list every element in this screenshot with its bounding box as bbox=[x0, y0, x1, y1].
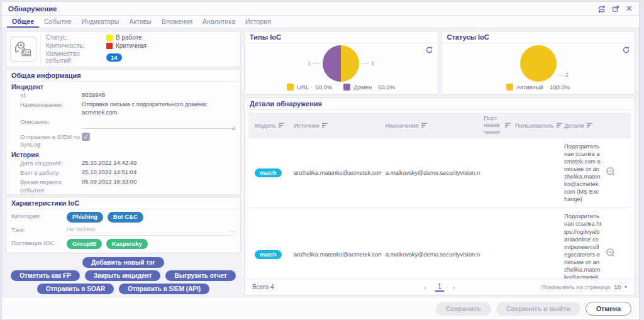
tags-placeholder: Не задано bbox=[67, 226, 95, 233]
legend-item-domain[interactable]: Домен 50.0% bbox=[343, 84, 395, 91]
col-dest: Назначение bbox=[386, 122, 419, 129]
status-color-swatch bbox=[106, 35, 113, 41]
ioc-statuses-chart-panel: Статусы IoC 2 bbox=[441, 31, 636, 95]
field-category: Категория: Phishing Bot C&C bbox=[6, 209, 240, 223]
events-count-label: Количество событий: bbox=[46, 50, 106, 64]
general-info-title: Общая информация bbox=[6, 70, 240, 82]
filter-icon[interactable] bbox=[557, 123, 563, 128]
name-label: Наименование: bbox=[20, 101, 82, 109]
ioc-statuses-title: Статусы IoC bbox=[442, 31, 635, 43]
category-chip: Phishing bbox=[67, 212, 103, 222]
field-tags: Тэги: Не задано ... bbox=[6, 223, 240, 236]
close-icon[interactable]: ✕ bbox=[626, 4, 633, 13]
export-report-button[interactable]: Выгрузить отчет bbox=[165, 270, 235, 281]
pie-callout-line bbox=[313, 63, 320, 63]
legend-item-url[interactable]: URL 50.0% bbox=[287, 84, 332, 91]
category-label: Категория: bbox=[11, 212, 67, 220]
add-tag-button[interactable]: Добавить новый тэг bbox=[82, 257, 164, 268]
ioc-panel: Характеристики IoC Категория: Phishing B… bbox=[6, 197, 241, 253]
vendor-chip: GroupIB bbox=[67, 239, 102, 249]
filter-icon[interactable] bbox=[421, 123, 428, 128]
col-user: Пользователь bbox=[515, 122, 554, 129]
tab-assets[interactable]: Активы bbox=[124, 16, 157, 28]
tab-event[interactable]: Событие bbox=[39, 16, 77, 28]
save-button[interactable]: Сохранить bbox=[436, 302, 491, 316]
legend-swatch bbox=[343, 84, 350, 91]
legend-label: Домен bbox=[353, 84, 372, 91]
swap-arrows-icon[interactable] bbox=[597, 4, 606, 13]
siem-syslog-label: Отправлен в SIEM по SysLog: bbox=[20, 133, 82, 149]
ioc-types-pie[interactable] bbox=[323, 45, 359, 82]
prev-page-icon[interactable]: ‹ bbox=[425, 284, 427, 291]
pie-callout-line bbox=[557, 75, 564, 75]
send-siem-button[interactable]: Отправить в SIEM (API) bbox=[119, 284, 209, 294]
tab-bar: Общее Событие Индикаторы Активы Вложения… bbox=[2, 16, 639, 28]
ioc-panel-title: Характеристики IoC bbox=[6, 197, 240, 209]
filter-icon[interactable] bbox=[322, 123, 328, 128]
pie-slice-value: 1 bbox=[308, 60, 311, 67]
tab-attachments[interactable]: Вложения bbox=[157, 16, 197, 28]
pie-slice-value: 1 bbox=[371, 60, 374, 67]
field-created: Дата создания: 25.10.2022 14:42:49 bbox=[6, 158, 240, 168]
source-cell: anzhelika.matenko@acmetek.com bbox=[294, 251, 382, 258]
legend-percent: 50.0% bbox=[315, 84, 332, 91]
first-event-value: 05.09.2022 18:33:00 bbox=[82, 178, 235, 185]
status-row: Статус: В работе bbox=[46, 34, 235, 41]
tab-indicators[interactable]: Индикаторы bbox=[77, 16, 125, 28]
resize-handle[interactable] bbox=[231, 126, 235, 130]
send-soar-button[interactable]: Отправить в SOAR bbox=[37, 284, 114, 294]
detection-dialog: Обнаружение ✕ Общее Событие Индикаторы А… bbox=[1, 1, 640, 320]
pagination: ‹ 1 › bbox=[377, 283, 502, 292]
legend-label: Активный bbox=[516, 84, 543, 91]
criticality-row: Критичность: Критичная bbox=[46, 42, 235, 49]
detection-details-title: Детали обнаружения bbox=[245, 98, 635, 110]
tab-general[interactable]: Общее bbox=[7, 16, 39, 28]
zoom-out-icon[interactable] bbox=[606, 248, 625, 261]
legend-item-active[interactable]: Активный 100.0% bbox=[506, 84, 570, 91]
description-textarea[interactable] bbox=[82, 118, 235, 129]
siem-syslog-checkbox[interactable]: ✓ bbox=[82, 133, 90, 141]
zoom-out-icon[interactable] bbox=[606, 167, 625, 180]
next-page-icon[interactable]: › bbox=[453, 284, 455, 291]
filter-icon[interactable] bbox=[279, 123, 285, 128]
ioc-types-chart-panel: Типы IoC 1 1 bbox=[244, 31, 438, 95]
chevron-down-icon[interactable]: ▾ bbox=[625, 284, 627, 290]
created-value: 25.10.2022 14:42:49 bbox=[82, 159, 235, 167]
save-exit-button[interactable]: Сохранить и выйти bbox=[496, 302, 580, 316]
bottom-bar: Сохранить Сохранить и выйти Отмена bbox=[2, 297, 639, 319]
criticality-label: Критичность: bbox=[46, 42, 106, 49]
mark-fp-button[interactable]: Отметить как FP bbox=[11, 270, 80, 281]
col-details: Детали bbox=[564, 122, 584, 129]
table-row[interactable]: match anzhelika.matenko@acmetek.com a.ma… bbox=[248, 208, 631, 279]
legend-percent: 100.0% bbox=[550, 84, 570, 91]
history-group-heading: История bbox=[6, 150, 240, 158]
criticality-color-swatch bbox=[106, 43, 113, 49]
close-incident-button[interactable]: Закрыть инцидент bbox=[85, 270, 161, 281]
ioc-types-title: Типы IoC bbox=[245, 31, 438, 43]
tab-history[interactable]: История bbox=[240, 16, 276, 28]
id-label: Id: bbox=[20, 91, 82, 99]
ioc-statuses-pie[interactable] bbox=[520, 45, 557, 82]
tab-analytics[interactable]: Аналитика bbox=[197, 16, 240, 28]
model-badge: match bbox=[255, 250, 282, 259]
table-row[interactable]: match anzhelika.matenko@acmetek.com a.ma… bbox=[248, 138, 631, 209]
filter-icon[interactable] bbox=[587, 123, 593, 128]
page-size-control: Показывать на странице 10 ▾ bbox=[502, 284, 627, 290]
expand-window-icon[interactable] bbox=[612, 5, 619, 13]
table-header: Модель Источник Назначение Порт назначен… bbox=[248, 113, 631, 138]
filter-icon[interactable] bbox=[505, 123, 511, 128]
description-label: Описание: bbox=[20, 118, 82, 126]
cancel-button[interactable]: Отмена bbox=[586, 302, 631, 316]
col-model: Модель bbox=[255, 122, 276, 129]
vendor-chip: Kaspersky bbox=[106, 239, 148, 249]
field-description: Описание: bbox=[6, 117, 240, 132]
legend-label: URL bbox=[297, 84, 309, 91]
first-event-label: Время первого события: bbox=[20, 178, 82, 194]
tags-more-button[interactable]: ... bbox=[230, 226, 235, 234]
field-siem-syslog: Отправлен в SIEM по SysLog: ✓ bbox=[6, 132, 240, 150]
screen: Обнаружение ✕ Общее Событие Индикаторы А… bbox=[0, 0, 644, 320]
page-size-value[interactable]: 10 bbox=[614, 284, 621, 290]
page-number[interactable]: 1 bbox=[435, 283, 444, 292]
details-cell: Подозрительная ссылка https://ogilvyalba… bbox=[564, 212, 602, 279]
field-vendor: Поставщик IOC: GroupIB Kaspersky bbox=[6, 236, 240, 253]
